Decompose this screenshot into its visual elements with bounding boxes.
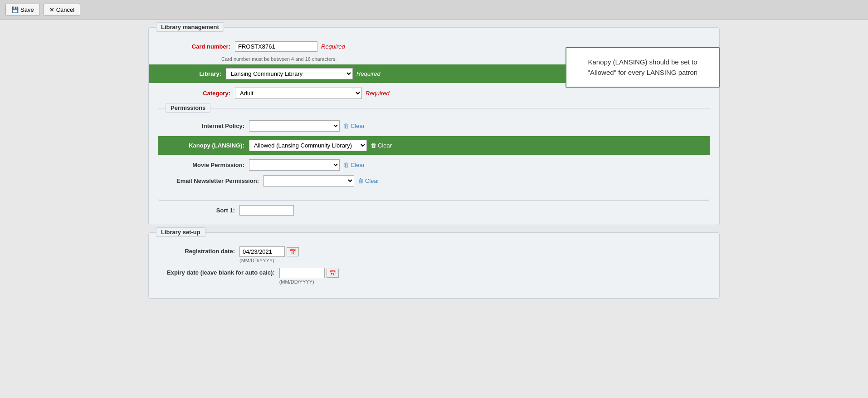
kanopy-trash-icon: 🗑 xyxy=(371,142,376,149)
kanopy-select[interactable]: Allowed (Lansing Community Library) xyxy=(249,140,367,151)
registration-date-input-row: 📅 xyxy=(239,246,299,257)
internet-policy-select[interactable] xyxy=(249,120,340,132)
expiry-date-hint: (MM/DD/YYYY) xyxy=(279,279,339,285)
registration-date-label: Registration date: xyxy=(167,246,239,255)
email-newsletter-row: Email Newsletter Permission: 🗑 Clear xyxy=(167,175,701,187)
movie-permission-select[interactable] xyxy=(249,159,340,171)
expiry-date-wrap: 📅 (MM/DD/YYYY) xyxy=(279,268,339,285)
kanopy-row: Kanopy (LANSING): Allowed (Lansing Commu… xyxy=(158,136,710,155)
expiry-date-input-row: 📅 xyxy=(279,268,339,278)
card-number-label: Card number: xyxy=(176,43,235,50)
expiry-date-calendar-button[interactable]: 📅 xyxy=(327,269,339,278)
movie-permission-row: Movie Permission: 🗑 Clear xyxy=(167,159,701,171)
category-row: Category: Adult Required xyxy=(158,88,710,99)
expiry-date-row: Expiry date (leave blank for auto calc):… xyxy=(158,268,710,285)
email-newsletter-clear-label: Clear xyxy=(365,177,379,184)
email-trash-icon: 🗑 xyxy=(358,177,364,184)
permissions-title: Permissions xyxy=(166,103,210,113)
registration-date-input[interactable] xyxy=(239,246,285,257)
email-newsletter-label: Email Newsletter Permission: xyxy=(176,177,263,184)
sort1-row: Sort 1: xyxy=(158,205,710,216)
internet-policy-label: Internet Policy: xyxy=(176,123,249,129)
sort1-label: Sort 1: xyxy=(167,207,239,214)
library-label: Library: xyxy=(176,70,226,77)
library-setup-title: Library set-up xyxy=(156,227,205,237)
internet-policy-clear[interactable]: 🗑 Clear xyxy=(343,123,365,129)
kanopy-clear-label: Clear xyxy=(378,142,392,149)
save-icon: 💾 xyxy=(11,6,19,13)
library-setup-section: Library set-up Registration date: 📅 (MM/… xyxy=(148,232,720,299)
registration-date-row: Registration date: 📅 (MM/DD/YYYY) xyxy=(158,246,710,263)
toolbar: 💾 Save ✕ Cancel xyxy=(0,0,868,20)
cancel-button[interactable]: ✕ Cancel xyxy=(44,4,80,16)
library-management-title: Library management xyxy=(156,22,224,32)
cancel-label: Cancel xyxy=(56,6,74,13)
movie-permission-clear[interactable]: 🗑 Clear xyxy=(343,162,365,168)
main-content: Library management Card number: Required… xyxy=(139,20,729,313)
expiry-date-input[interactable] xyxy=(279,268,325,278)
registration-date-hint: (MM/DD/YYYY) xyxy=(239,258,299,263)
internet-policy-clear-label: Clear xyxy=(351,123,365,129)
category-select[interactable]: Adult xyxy=(235,88,362,99)
email-newsletter-select[interactable] xyxy=(263,175,354,187)
card-number-input[interactable] xyxy=(235,41,317,52)
save-button[interactable]: 💾 Save xyxy=(5,4,40,16)
category-label: Category: xyxy=(176,90,235,97)
registration-date-calendar-button[interactable]: 📅 xyxy=(287,247,299,256)
card-number-required: Required xyxy=(321,43,345,50)
permissions-section: Permissions Internet Policy: 🗑 Clear Kan… xyxy=(158,108,710,201)
sort1-input[interactable] xyxy=(239,205,294,216)
library-select[interactable]: Lansing Community Library xyxy=(226,68,353,79)
tooltip-box: Kanopy (LANSING) should be set to "Allow… xyxy=(566,47,720,88)
save-label: Save xyxy=(20,6,34,13)
email-newsletter-clear[interactable]: 🗑 Clear xyxy=(358,177,379,184)
cancel-icon: ✕ xyxy=(49,6,54,13)
movie-permission-label: Movie Permission: xyxy=(176,162,249,168)
category-required: Required xyxy=(366,90,390,97)
registration-date-wrap: 📅 (MM/DD/YYYY) xyxy=(239,246,299,263)
library-required: Required xyxy=(356,70,380,77)
movie-permission-clear-label: Clear xyxy=(351,162,365,168)
kanopy-clear[interactable]: 🗑 Clear xyxy=(371,142,392,149)
expiry-date-label: Expiry date (leave blank for auto calc): xyxy=(167,268,279,276)
kanopy-label: Kanopy (LANSING): xyxy=(176,142,249,149)
tooltip-text: Kanopy (LANSING) should be set to "Allow… xyxy=(588,58,697,76)
trash-icon: 🗑 xyxy=(343,123,349,129)
internet-policy-row: Internet Policy: 🗑 Clear xyxy=(167,120,701,132)
movie-trash-icon: 🗑 xyxy=(343,162,349,168)
